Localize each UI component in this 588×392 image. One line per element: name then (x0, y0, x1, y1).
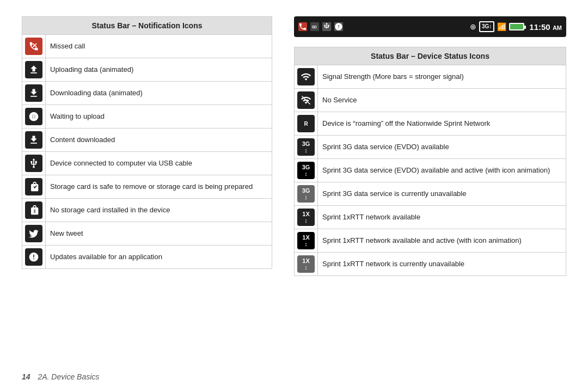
icon-cell: 3G↕ (295, 182, 318, 206)
notification-table-body: Missed call Uploading data (animated) (22, 35, 272, 269)
icon-cell (22, 175, 46, 199)
tweet-svg (28, 228, 39, 239)
no-service-text: No Service (318, 89, 566, 112)
icon-cell (22, 105, 46, 128)
signal-svg (301, 71, 311, 82)
icon-cell: R (295, 112, 318, 136)
tweet-text: New tweet (46, 222, 272, 246)
update-svg (28, 252, 39, 262)
status-bar-right: ⊕ 3G↕ 📶 11:50 AM (470, 21, 562, 32)
table-row: New tweet (22, 222, 272, 246)
content-downloaded-icon (25, 131, 42, 149)
signal-strength-icon (297, 68, 315, 85)
1x-available-text: Sprint 1xRTT network available (318, 206, 566, 229)
main-content: Status Bar – Notification Icons (22, 16, 566, 364)
upload-svg (28, 64, 39, 75)
icon-cell: 3G↕ (295, 136, 318, 159)
table-row: Downloading data (animated) (22, 82, 272, 105)
table-row: 3G↕ Sprint 3G data service is currently … (295, 182, 566, 206)
icon-cell (22, 128, 46, 152)
waiting-upload-svg (28, 111, 39, 122)
download-text: Downloading data (animated) (46, 82, 272, 105)
table-row: Uploading data (animated) (22, 58, 272, 82)
sb-battery-icon (509, 23, 524, 30)
sb-gps-icon: ⊕ (470, 22, 476, 31)
usb-icon (25, 155, 42, 172)
missed-call-icon (25, 38, 42, 55)
storage-safe-text: Storage card is safe to remove or storag… (46, 175, 272, 199)
download-icon (25, 84, 42, 102)
icon-cell: 1X↕ (295, 253, 318, 276)
left-panel: Status Bar – Notification Icons (22, 16, 272, 364)
table-row: 3G↕ Sprint 3G data service (EVDO) availa… (295, 159, 566, 182)
table-row: R Device is “roaming” off the Nationwide… (295, 112, 566, 136)
3g-active-icon: 3G↕ (297, 162, 315, 179)
roaming-icon: R (297, 115, 315, 132)
phone-missed-svg (28, 41, 39, 52)
no-storage-svg (28, 205, 39, 216)
waiting-upload-text: Waiting to upload (46, 105, 272, 128)
no-storage-text: No storage card installed in the device (46, 199, 272, 222)
sb-ampm: AM (553, 24, 562, 31)
3g-available-icon: 3G↕ (297, 138, 315, 156)
icon-cell: 1X↕ (295, 206, 318, 229)
sb-time: 11:50 AM (529, 22, 562, 32)
sb-time-value: 11:50 (529, 22, 550, 32)
table-row: Signal Strength (More bars = stronger si… (295, 65, 566, 89)
3g-active-text: Sprint 3G data service (EVDO) available … (318, 159, 566, 182)
device-status-table-header: Status Bar – Device Status Icons (295, 47, 566, 65)
sb-missed-svg (298, 22, 307, 31)
1x-active-icon: 1X↕ (297, 232, 315, 249)
table-row: Storage card is safe to remove or storag… (22, 175, 272, 199)
icon-cell (22, 58, 46, 82)
table-row: Updates available for an application (22, 246, 272, 269)
page: Status Bar – Notification Icons (0, 0, 588, 392)
usb-svg (28, 158, 39, 169)
waiting-upload-icon (25, 108, 42, 125)
notification-table-header: Status Bar – Notification Icons (22, 17, 272, 35)
table-row: Waiting to upload (22, 105, 272, 128)
signal-strength-text: Signal Strength (More bars = stronger si… (318, 65, 566, 89)
status-bar-left: SD (298, 22, 343, 31)
no-service-svg (301, 95, 311, 106)
upload-icon (25, 61, 42, 78)
sb-alert-svg (334, 22, 343, 31)
missed-call-text: Missed call (46, 35, 272, 58)
table-row: No storage card installed in the device (22, 199, 272, 222)
sb-sd-icon: SD (310, 22, 319, 31)
icon-cell (22, 199, 46, 222)
table-row: Content downloaded (22, 128, 272, 152)
1x-available-icon: 1X↕ (297, 209, 315, 226)
footer: 14 2A. Device Basics (22, 372, 566, 381)
icon-cell (22, 35, 46, 58)
table-row: Device connected to computer via USB cab… (22, 152, 272, 175)
tweet-icon (25, 225, 42, 242)
roaming-text: Device is “roaming” off the Nationwide S… (318, 112, 566, 136)
1x-unavailable-text: Sprint 1xRTT network is currently unavai… (318, 253, 566, 276)
device-status-table-body: Signal Strength (More bars = stronger si… (295, 65, 566, 276)
table-row: 1X↕ Sprint 1xRTT network available and a… (295, 229, 566, 253)
icon-cell (22, 246, 46, 269)
upload-text: Uploading data (animated) (46, 58, 272, 82)
icon-cell (295, 65, 318, 89)
no-service-icon (297, 91, 315, 109)
footer-number: 14 (22, 372, 30, 381)
sb-3g-icon: 3G↕ (479, 21, 494, 32)
storage-safe-svg (28, 181, 39, 192)
sb-alert-icon (334, 22, 343, 31)
1x-active-text: Sprint 1xRTT network available and activ… (318, 229, 566, 253)
icon-cell (22, 82, 46, 105)
table-row: 1X↕ Sprint 1xRTT network available (295, 206, 566, 229)
right-panel: SD (294, 16, 566, 364)
content-downloaded-text: Content downloaded (46, 128, 272, 152)
update-icon (25, 248, 42, 266)
content-downloaded-svg (28, 134, 39, 145)
table-row: No Service (295, 89, 566, 112)
status-bar-mockup: SD (294, 16, 566, 37)
icon-cell: 3G↕ (295, 159, 318, 182)
notification-table: Status Bar – Notification Icons (22, 16, 272, 269)
signal-text-value: Signal Strength (More bars = stronger si… (322, 72, 464, 81)
3g-unavailable-icon: 3G↕ (297, 185, 315, 203)
footer-text: 2A. Device Basics (38, 372, 99, 381)
icon-cell (22, 152, 46, 175)
